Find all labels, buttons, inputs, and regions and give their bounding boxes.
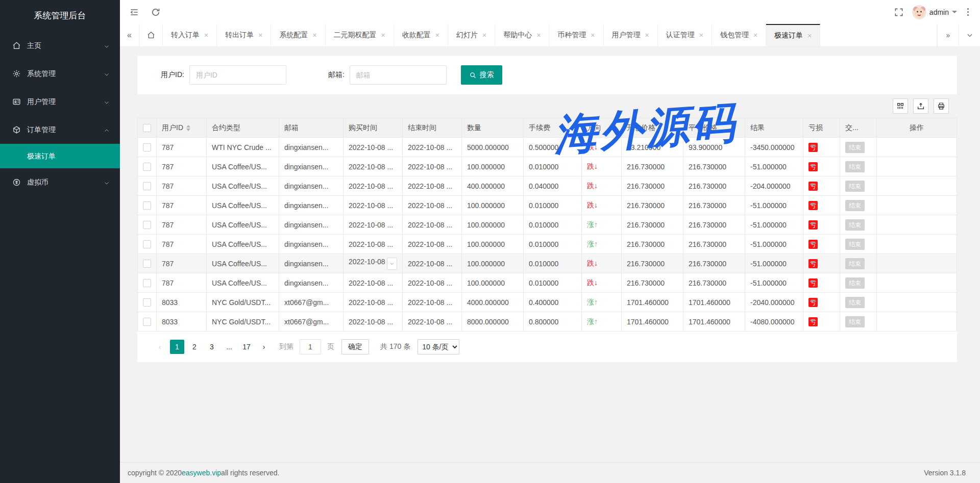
tabs-scroll-left-icon[interactable]: « [120,24,139,46]
cell-contract: USA Coffee/US... [207,215,279,235]
user-menu[interactable]: admin [912,5,957,19]
tab-8[interactable]: 用户管理× [604,24,658,46]
cell-result: -51.000000 [745,254,803,273]
page-button[interactable]: 2 [187,340,202,354]
tab-5[interactable]: 幻灯片× [448,24,495,46]
cell-buy-time: 2022-10-08 ... [344,157,403,176]
status-badge: 结束 [845,142,865,153]
row-dropdown-icon[interactable] [387,258,397,270]
row-checkbox[interactable] [143,298,151,307]
collapse-menu-icon[interactable] [129,7,139,17]
tab-3[interactable]: 二元期权配置× [326,24,394,46]
jump-page-input[interactable] [300,339,321,354]
avatar[interactable] [912,5,926,19]
page-button[interactable]: 17 [239,340,254,354]
sidebar-item-3[interactable]: 订单管理 [0,116,120,144]
refresh-icon[interactable] [151,7,161,17]
row-checkbox[interactable] [143,279,151,287]
cell-email: dingxiansen... [279,196,344,215]
row-checkbox[interactable] [143,163,151,171]
sidebar-item-label: 系统管理 [27,69,104,79]
col-header-4: 结束时间 [403,118,462,138]
next-page-icon[interactable]: › [257,340,271,354]
page-button[interactable]: 3 [205,340,219,354]
sidebar-item-4[interactable]: 虚拟币 [0,168,120,196]
tab-close-icon[interactable]: × [258,32,262,39]
user-caret-icon [952,11,957,16]
tab-close-icon[interactable]: × [591,32,595,39]
version-label: Version 3.1.8 [924,469,966,477]
more-options-icon[interactable] [965,6,971,18]
row-checkbox[interactable] [143,240,151,248]
prev-page-icon[interactable]: ‹ [153,340,167,354]
tab-4[interactable]: 收款配置× [394,24,448,46]
table-row: 8033NYC Gold/USDT...xt0667@gm...2022-10-… [138,312,957,332]
cell-email: dingxiansen... [279,138,344,157]
cell-fee: 0.010000 [524,273,582,293]
sidebar-subitem[interactable]: 极速订单 [0,144,120,168]
tab-close-icon[interactable]: × [645,32,649,39]
home-tab[interactable] [139,24,163,46]
tab-close-icon[interactable]: × [536,32,541,39]
col-header-12: 交... [840,118,877,138]
footer-link[interactable]: easyweb.vip [182,469,221,477]
columns-icon[interactable] [893,98,908,114]
print-icon[interactable] [934,98,949,114]
copyright-suffix: all rights reserved. [221,469,279,477]
status-badge: 结束 [845,297,865,308]
email-input[interactable] [350,65,447,85]
tab-9[interactable]: 认证管理× [658,24,712,46]
tab-close-icon[interactable]: × [381,32,385,39]
page-button[interactable]: 1 [170,340,184,354]
page-size-select[interactable]: 10 条/页 [418,339,459,354]
sort-icon[interactable] [186,123,190,133]
tab-10[interactable]: 钱包管理× [712,24,766,46]
cell-result: -51.000000 [745,157,803,176]
tab-label: 极速订单 [774,31,803,40]
tab-6[interactable]: 帮助中心× [495,24,549,46]
row-checkbox[interactable] [143,318,151,326]
tab-label: 用户管理 [612,31,641,40]
cell-operation [877,293,957,312]
row-checkbox-cell [138,138,157,157]
tab-close-icon[interactable]: × [699,32,703,39]
direction-label: 跌↓ [587,182,598,190]
sidebar-item-0[interactable]: 主页 [0,32,120,60]
cell-direction: 涨↑ [582,215,622,235]
sidebar-item-2[interactable]: 用户管理 [0,88,120,116]
tab-close-icon[interactable]: × [312,32,316,39]
col-header-0: 用户ID [157,118,207,138]
row-checkbox[interactable] [143,143,151,151]
search-button[interactable]: 搜索 [461,65,502,85]
row-checkbox[interactable] [143,182,151,190]
row-checkbox[interactable] [143,201,151,210]
fullscreen-icon[interactable] [894,7,904,17]
user-id-input[interactable] [189,65,286,85]
sidebar-item-1[interactable]: 系统管理 [0,60,120,88]
tabs-menu-icon[interactable] [959,24,980,46]
orders-table: 用户ID合约类型邮箱购买时间结束时间数量手续费方向开仓价格平仓价格结果亏损交..… [137,118,957,332]
tab-close-icon[interactable]: × [753,32,757,39]
cell-open-price: 1701.460000 [622,293,683,312]
tabs-scroll-right-icon[interactable]: » [937,24,959,46]
cell-direction: 跌↓ [582,273,622,293]
export-icon[interactable] [913,98,928,114]
select-all-checkbox[interactable] [143,124,151,132]
row-checkbox[interactable] [143,221,151,229]
loss-badge: 亏 [808,143,818,152]
tab-11[interactable]: 极速订单× [766,24,820,46]
tab-close-icon[interactable]: × [807,32,812,39]
cell-user-id: 787 [157,254,207,273]
tab-close-icon[interactable]: × [204,32,208,39]
cell-result: -3450.000000 [745,138,803,157]
tab-0[interactable]: 转入订单× [163,24,217,46]
row-checkbox[interactable] [143,260,151,268]
confirm-button[interactable]: 确定 [341,339,369,354]
tab-1[interactable]: 转出订单× [217,24,271,46]
tab-close-icon[interactable]: × [435,32,439,39]
tab-2[interactable]: 系统配置× [271,24,325,46]
tab-close-icon[interactable]: × [482,32,486,39]
cell-direction: 跌↓ [582,157,622,176]
tab-label: 转出订单 [225,31,254,40]
tab-7[interactable]: 币种管理× [549,24,603,46]
